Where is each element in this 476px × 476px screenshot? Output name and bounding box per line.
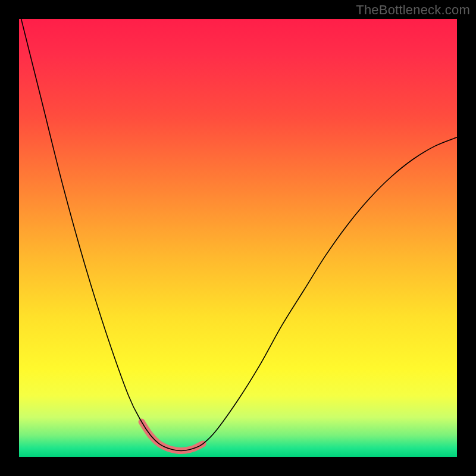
bottleneck-curve <box>19 19 457 450</box>
plot-area <box>19 19 457 457</box>
watermark-text: TheBottleneck.com <box>356 2 470 18</box>
chart-frame: TheBottleneck.com <box>0 0 476 476</box>
curve-layer <box>19 19 457 457</box>
